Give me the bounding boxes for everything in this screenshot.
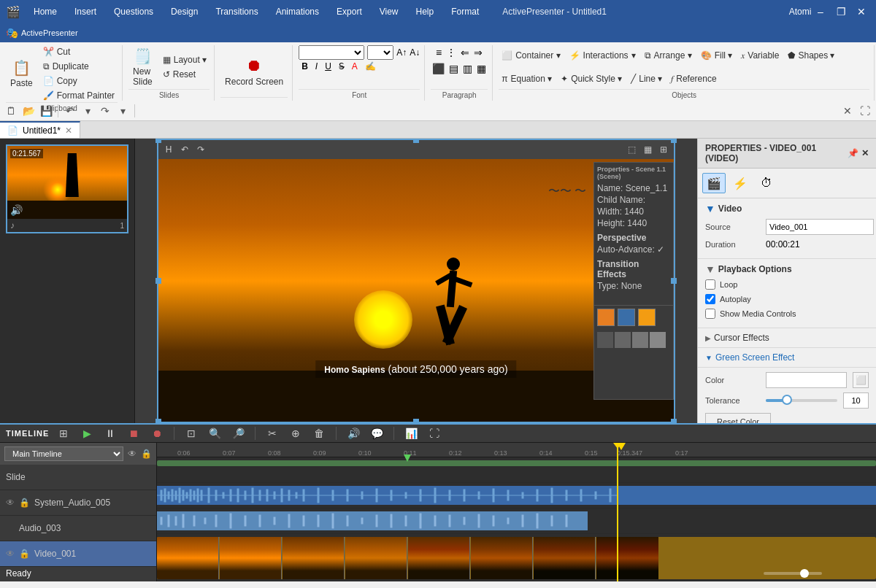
track-lock-1[interactable]: 🔒 [19,498,30,508]
handle-bc[interactable] [413,419,419,423]
quick-style-button[interactable]: ✦ Quick Style ▾ [558,72,625,85]
redo-button[interactable]: ↷ [97,103,113,119]
source-input[interactable] [766,219,874,235]
show-media-controls-checkbox[interactable] [705,309,715,319]
tab-home[interactable]: Home [25,0,66,23]
color-picker-btn[interactable]: ⬜ [853,372,869,388]
tab-questions[interactable]: Questions [105,0,162,23]
line-button[interactable]: ╱ Line ▾ [628,72,665,85]
zoom-fit-btn[interactable]: ⊡ [182,425,200,442]
record-screen-button[interactable]: ⏺ Record Screen [220,51,288,92]
audio-btn-tl[interactable]: 🔊 [345,425,362,442]
tab-design[interactable]: Design [162,0,207,23]
timeline-play-btn[interactable]: ▶ [78,425,96,442]
tab-help[interactable]: Help [407,0,443,23]
bullets-button[interactable]: ≡ [434,45,443,60]
tab-view[interactable]: View [371,0,407,23]
align-right[interactable]: ▥ [461,61,474,76]
autoplay-checkbox[interactable] [705,294,715,304]
arrange-button[interactable]: ⧉ Arrange ▾ [642,49,695,62]
resource-thumb-2[interactable] [615,332,631,348]
undo-button[interactable]: ↶ [62,103,78,119]
inner-redo-btn[interactable]: ↷ [193,142,208,157]
font-size-increase[interactable]: A↑ [396,47,407,58]
color-swatch-orange[interactable] [597,309,615,326]
color-swatch-input[interactable] [766,372,847,388]
interactions-button[interactable]: ⚡ Interactions ▾ [566,49,639,62]
layout-button[interactable]: ▦ Layout ▾ [160,53,210,66]
handle-bl[interactable] [155,419,161,423]
redo-arrow[interactable]: ▾ [115,103,131,119]
video-section-header[interactable]: ▼ Video [705,203,869,214]
strikethrough-button[interactable]: S̶ [336,61,347,71]
split-btn[interactable]: ✂ [264,425,281,442]
format-painter-button[interactable]: 🖌️ Format Painter [40,89,118,102]
color-swatch-yellow[interactable] [638,309,656,326]
delete-btn[interactable]: 🗑 [310,425,328,442]
close-panel-btn[interactable]: ✕ [840,103,856,119]
paste-button[interactable]: 📋 Paste [6,53,37,94]
tab-transitions[interactable]: Transitions [207,0,266,23]
variable-button[interactable]: 𝑥 Variable [738,49,782,62]
color-swatch-blue[interactable] [618,309,635,326]
handle-mr[interactable] [671,278,677,284]
fullscreen-tl-btn[interactable]: ⛶ [426,425,443,442]
doc-tab-untitled1[interactable]: 📄 Untitled1* ✕ [0,121,80,138]
timeline-lock-btn[interactable]: 🔒 [141,449,152,459]
zoom-out-btn[interactable]: 🔍 [206,425,223,442]
align-justify[interactable]: ▦ [475,61,488,76]
main-timeline-select[interactable]: Main Timeline [4,446,123,461]
timeline-eye-btn[interactable]: 👁 [128,449,137,459]
timeline-stop-btn[interactable]: ⏹ [125,425,142,442]
resource-thumb-4[interactable] [650,332,666,348]
green-screen-section-header[interactable]: ▼ Green Screen Effect [698,348,876,368]
equation-button[interactable]: π Equation ▾ [499,72,555,85]
reset-color-button[interactable]: Reset Color [705,413,771,423]
tab-insert[interactable]: Insert [66,0,105,23]
slide-thumb-1[interactable]: 0:21.567 🔊 ♪ 1 [6,144,128,233]
handle-tc[interactable] [413,139,419,143]
copy-button[interactable]: 📄 Copy [40,74,118,88]
inner-align-btn[interactable]: ⬚ [624,142,639,157]
cursor-effects-section[interactable]: ▶ Cursor Effects [698,328,876,348]
font-color-button[interactable]: A [349,61,361,71]
italic-button[interactable]: I [312,61,320,71]
indent-left[interactable]: ⇐ [459,45,471,60]
loop-checkbox[interactable] [705,279,715,290]
restore-btn[interactable]: ❐ [832,3,850,20]
resource-thumb-1[interactable] [597,332,613,348]
tolerance-slider[interactable] [766,399,837,402]
handle-tr[interactable] [671,139,677,143]
highlight-button[interactable]: ✍ [362,61,379,71]
font-size-decrease[interactable]: A↓ [410,47,420,58]
new-slide-button[interactable]: 🗒️ NewSlide [128,47,157,88]
props-tab-timing[interactable]: ⏱ [755,173,778,193]
underline-button[interactable]: U [322,61,334,71]
align-center[interactable]: ▤ [447,61,460,76]
props-close-btn[interactable]: ✕ [861,148,869,158]
new-file-button[interactable]: 🗒 [3,103,19,119]
inner-grid-btn[interactable]: ⊞ [656,142,671,157]
inner-layout-btn[interactable]: ▦ [640,142,655,157]
reset-button[interactable]: ↺ Reset [160,68,210,81]
reference-button[interactable]: 𝑓 Reference [668,72,719,85]
zoom-in-btn[interactable]: 🔎 [229,425,247,442]
minimize-btn[interactable]: – [812,3,829,20]
font-size-select[interactable] [367,45,393,60]
indent-right[interactable]: ⇒ [472,45,484,60]
handle-ml[interactable] [155,278,161,284]
inner-home-btn[interactable]: H [161,142,176,157]
playhead[interactable] [617,443,618,581]
align-left[interactable]: ⬛ [431,61,446,76]
track-eye-3[interactable]: 👁 [6,549,15,559]
open-file-button[interactable]: 📂 [20,103,36,119]
audio-btn[interactable]: 🔊 [10,204,23,216]
merge-btn[interactable]: ⊕ [287,425,304,442]
playback-section-header[interactable]: ▼ Playback Options [705,263,869,275]
timeline-view-btn[interactable]: ⊞ [55,425,72,442]
fill-button[interactable]: 🎨 Fill ▾ [698,49,736,62]
tolerance-handle[interactable] [782,395,792,405]
timeline-pause-btn[interactable]: ⏸ [101,425,119,442]
duplicate-button[interactable]: ⧉ Duplicate [40,60,118,73]
undo-arrow[interactable]: ▾ [80,103,96,119]
